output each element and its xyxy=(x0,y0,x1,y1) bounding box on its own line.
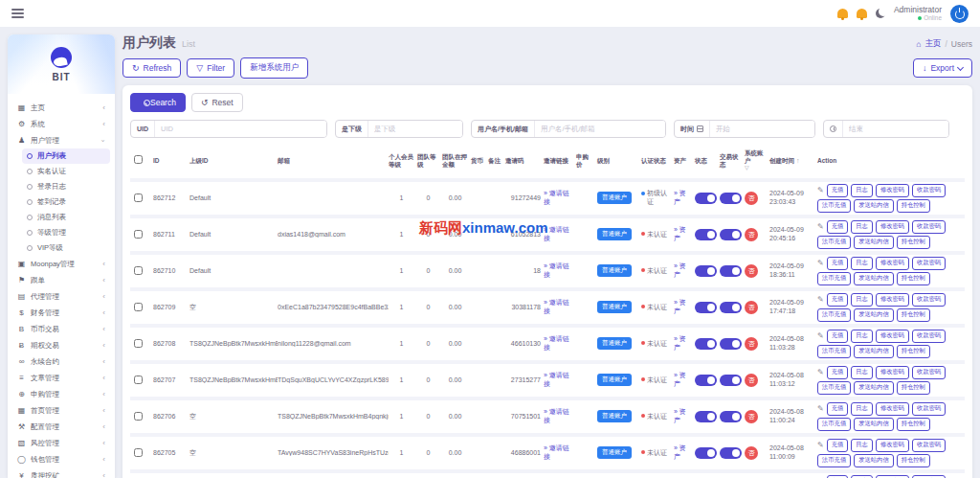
action-button[interactable]: 充值 xyxy=(827,257,849,270)
action-button[interactable]: 日志 xyxy=(851,366,873,379)
filter-button[interactable]: ▽Filter xyxy=(187,58,234,78)
filter-input-2[interactable] xyxy=(535,121,665,137)
action-button[interactable]: 日志 xyxy=(851,330,873,343)
column-header-17[interactable]: 创建时间 ↑ xyxy=(769,157,817,166)
assets-link[interactable]: » 资产 xyxy=(674,335,686,351)
sidebar-subitem-6[interactable]: VIP等级 xyxy=(22,240,110,256)
action-button[interactable]: 收款密码 xyxy=(912,293,946,307)
action-button[interactable]: 法币充值 xyxy=(817,199,851,213)
action-button[interactable]: 发送站内信 xyxy=(854,454,893,467)
sidebar-item-4[interactable]: ⚑跟单‹ xyxy=(12,272,110,288)
filter-input-4[interactable] xyxy=(843,121,948,137)
action-button[interactable]: 法币充值 xyxy=(817,418,851,431)
action-button[interactable]: 法币充值 xyxy=(817,236,851,249)
refresh-button[interactable]: ↻Refresh xyxy=(122,58,181,78)
column-filter-icon[interactable]: ▽ xyxy=(745,165,767,172)
action-button[interactable]: 发送站内信 xyxy=(854,236,893,249)
search-button[interactable]: Search xyxy=(130,93,186,112)
sidebar-item-2[interactable]: ♟用户管理‹ xyxy=(12,132,110,148)
column-header-11[interactable]: 级别 xyxy=(597,157,641,165)
column-header-15[interactable]: 交易状态 xyxy=(720,153,745,169)
action-button[interactable]: 发送站内信 xyxy=(854,345,893,358)
trade-status-toggle[interactable] xyxy=(720,193,742,204)
action-button[interactable]: 日志 xyxy=(851,220,873,234)
invite-link[interactable]: » 邀请链接 xyxy=(544,335,569,351)
row-checkbox[interactable] xyxy=(134,339,143,348)
column-header-3[interactable]: 个人会员等级 xyxy=(389,153,417,169)
status-toggle[interactable] xyxy=(695,447,717,459)
assets-link[interactable]: » 资产 xyxy=(674,408,686,423)
action-button[interactable]: 法币充值 xyxy=(817,308,851,322)
action-button[interactable]: 持仓控制 xyxy=(897,272,930,285)
reset-button[interactable]: ↺Reset xyxy=(191,93,243,112)
sidebar-item-0[interactable]: ▦主页‹ xyxy=(12,100,110,116)
edit-pencil-icon[interactable]: ✎ xyxy=(817,331,824,340)
sort-arrow-icon[interactable]: ↑ xyxy=(794,157,799,164)
action-button[interactable]: 收款密码 xyxy=(912,330,946,343)
action-button[interactable]: 发送站内信 xyxy=(854,199,893,213)
column-header-13[interactable]: 资产 xyxy=(674,157,695,165)
trade-status-toggle[interactable] xyxy=(720,229,742,240)
edit-pencil-icon[interactable]: ✎ xyxy=(817,222,824,231)
assets-link[interactable]: » 资产 xyxy=(674,190,686,205)
action-button[interactable]: 法币充值 xyxy=(817,454,851,467)
action-button[interactable]: 修改密码 xyxy=(876,257,909,270)
sidebar-item-3[interactable]: ▣Moonpay管理‹ xyxy=(12,256,110,272)
action-button[interactable]: 发送站内信 xyxy=(854,418,893,431)
sidebar-item-14[interactable]: ▧风控管理‹ xyxy=(12,435,110,451)
hamburger-menu-icon[interactable] xyxy=(11,9,24,18)
action-button[interactable]: 修改密码 xyxy=(876,330,909,343)
sidebar-item-11[interactable]: ⊕申购管理‹ xyxy=(12,386,110,402)
filter-input-1[interactable] xyxy=(368,121,462,137)
sidebar-item-15[interactable]: ◯钱包管理‹ xyxy=(12,451,110,467)
home-icon[interactable]: ⌂ xyxy=(916,39,921,49)
edit-pencil-icon[interactable]: ✎ xyxy=(817,259,824,267)
action-button[interactable]: 修改密码 xyxy=(876,439,909,452)
invite-link[interactable]: » 邀请链接 xyxy=(544,299,569,314)
invite-link[interactable]: » 邀请链接 xyxy=(544,408,569,423)
action-button[interactable]: 收款密码 xyxy=(912,257,946,270)
filter-input-0[interactable] xyxy=(155,121,326,137)
column-header-0[interactable]: ID xyxy=(153,157,189,165)
status-toggle[interactable] xyxy=(695,338,717,350)
row-checkbox[interactable] xyxy=(134,266,143,275)
column-header-5[interactable]: 团队在押金额 xyxy=(442,153,471,169)
sidebar-subitem-1[interactable]: 实名认证 xyxy=(22,164,110,179)
sidebar-item-16[interactable]: ¥质押挖矿‹ xyxy=(12,467,110,478)
action-button[interactable]: 法币充值 xyxy=(817,272,851,285)
notification-bell-icon-2[interactable] xyxy=(857,9,867,18)
invite-link[interactable]: » 邀请链接 xyxy=(544,190,569,205)
action-button[interactable]: 发送站内信 xyxy=(854,381,893,395)
action-button[interactable]: 日志 xyxy=(851,184,873,197)
action-button[interactable]: 收款密码 xyxy=(912,402,946,416)
action-button[interactable]: 持仓控制 xyxy=(897,418,930,431)
sidebar-item-7[interactable]: B币币交易‹ xyxy=(12,321,110,337)
sidebar-item-10[interactable]: ≡文章管理‹ xyxy=(12,370,110,386)
action-button[interactable]: 持仓控制 xyxy=(897,308,930,322)
column-header-8[interactable]: 邀请码 xyxy=(505,157,544,165)
row-checkbox[interactable] xyxy=(134,448,143,457)
action-button[interactable]: 修改密码 xyxy=(876,402,909,416)
action-button[interactable]: 充值 xyxy=(827,293,849,307)
trade-status-toggle[interactable] xyxy=(720,338,742,350)
trade-status-toggle[interactable] xyxy=(720,411,742,422)
trade-status-toggle[interactable] xyxy=(720,265,742,277)
breadcrumb-home[interactable]: 主页 xyxy=(924,38,941,50)
column-header-1[interactable]: 上级ID xyxy=(189,157,278,165)
action-button[interactable]: 充值 xyxy=(827,184,849,197)
action-button[interactable]: 持仓控制 xyxy=(897,454,930,467)
row-checkbox[interactable] xyxy=(134,303,143,311)
sidebar-item-12[interactable]: ▦首页管理‹ xyxy=(12,402,110,419)
sidebar-item-13[interactable]: ⚒配置管理‹ xyxy=(12,419,110,435)
column-header-16[interactable]: 系统账户▽ xyxy=(745,149,769,172)
action-button[interactable]: 收款密码 xyxy=(912,439,946,452)
sidebar-subitem-3[interactable]: 签到记录 xyxy=(22,194,110,210)
action-button[interactable]: 充值 xyxy=(827,330,849,343)
sidebar-subitem-4[interactable]: 消息列表 xyxy=(22,210,110,225)
action-button[interactable]: 收款密码 xyxy=(912,220,946,234)
invite-link[interactable]: » 邀请链接 xyxy=(544,226,569,241)
action-button[interactable]: 充值 xyxy=(827,402,849,416)
select-all-checkbox[interactable] xyxy=(134,155,143,164)
status-toggle[interactable] xyxy=(695,411,717,422)
action-button[interactable]: 日志 xyxy=(851,257,873,270)
